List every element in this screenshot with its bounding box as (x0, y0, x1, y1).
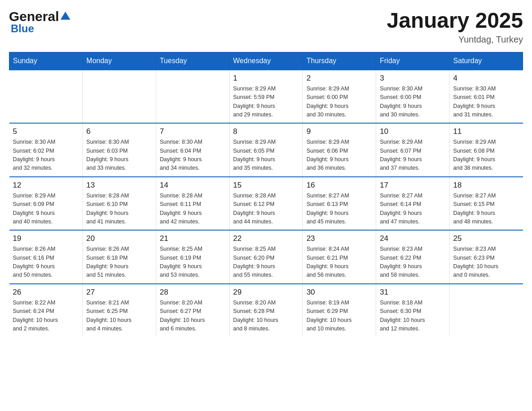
day-number: 19 (13, 234, 79, 243)
day-number: 31 (380, 288, 446, 297)
day-number: 29 (233, 288, 299, 297)
day-cell-12: 12Sunrise: 8:29 AM Sunset: 6:09 PM Dayli… (9, 177, 83, 231)
day-cell-28: 28Sunrise: 8:20 AM Sunset: 6:27 PM Dayli… (156, 284, 229, 337)
empty-cell (156, 70, 229, 124)
empty-cell (82, 70, 156, 124)
empty-cell (450, 284, 523, 337)
day-cell-8: 8Sunrise: 8:29 AM Sunset: 6:05 PM Daylig… (229, 123, 303, 177)
day-number: 11 (453, 127, 519, 136)
week-row-4: 19Sunrise: 8:26 AM Sunset: 6:16 PM Dayli… (9, 230, 523, 284)
day-cell-20: 20Sunrise: 8:26 AM Sunset: 6:18 PM Dayli… (82, 230, 156, 284)
day-cell-27: 27Sunrise: 8:21 AM Sunset: 6:25 PM Dayli… (82, 284, 156, 337)
day-info: Sunrise: 8:29 AM Sunset: 6:05 PM Dayligh… (233, 138, 299, 173)
day-cell-9: 9Sunrise: 8:29 AM Sunset: 6:06 PM Daylig… (303, 123, 376, 177)
day-number: 26 (13, 288, 79, 297)
day-number: 21 (160, 234, 226, 243)
day-number: 16 (306, 181, 372, 190)
day-info: Sunrise: 8:30 AM Sunset: 6:00 PM Dayligh… (380, 85, 446, 120)
day-cell-10: 10Sunrise: 8:29 AM Sunset: 6:07 PM Dayli… (376, 123, 450, 177)
day-cell-2: 2Sunrise: 8:29 AM Sunset: 6:00 PM Daylig… (303, 70, 376, 124)
day-cell-18: 18Sunrise: 8:27 AM Sunset: 6:15 PM Dayli… (450, 177, 523, 231)
day-info: Sunrise: 8:24 AM Sunset: 6:21 PM Dayligh… (306, 245, 372, 280)
header-cell-friday: Friday (376, 52, 450, 70)
day-cell-15: 15Sunrise: 8:28 AM Sunset: 6:12 PM Dayli… (229, 177, 303, 231)
day-info: Sunrise: 8:21 AM Sunset: 6:25 PM Dayligh… (86, 299, 152, 334)
day-info: Sunrise: 8:19 AM Sunset: 6:29 PM Dayligh… (306, 299, 372, 334)
calendar-header: SundayMondayTuesdayWednesdayThursdayFrid… (9, 52, 523, 70)
day-info: Sunrise: 8:28 AM Sunset: 6:12 PM Dayligh… (233, 192, 299, 227)
day-cell-19: 19Sunrise: 8:26 AM Sunset: 6:16 PM Dayli… (9, 230, 83, 284)
day-cell-25: 25Sunrise: 8:23 AM Sunset: 6:23 PM Dayli… (450, 230, 523, 284)
day-cell-29: 29Sunrise: 8:20 AM Sunset: 6:28 PM Dayli… (229, 284, 303, 337)
day-number: 4 (453, 74, 519, 83)
svg-marker-0 (60, 12, 70, 20)
empty-cell (9, 70, 83, 124)
day-info: Sunrise: 8:26 AM Sunset: 6:18 PM Dayligh… (86, 245, 152, 280)
header-cell-tuesday: Tuesday (156, 52, 229, 70)
day-number: 28 (160, 288, 226, 297)
header-cell-sunday: Sunday (9, 52, 83, 70)
day-info: Sunrise: 8:26 AM Sunset: 6:16 PM Dayligh… (13, 245, 79, 280)
day-cell-30: 30Sunrise: 8:19 AM Sunset: 6:29 PM Dayli… (303, 284, 376, 337)
day-info: Sunrise: 8:27 AM Sunset: 6:13 PM Dayligh… (306, 192, 372, 227)
day-number: 20 (86, 234, 152, 243)
day-number: 12 (13, 181, 79, 190)
day-cell-13: 13Sunrise: 8:28 AM Sunset: 6:10 PM Dayli… (82, 177, 156, 231)
logo-triangle-icon (60, 12, 70, 21)
day-info: Sunrise: 8:20 AM Sunset: 6:28 PM Dayligh… (233, 299, 299, 334)
day-cell-16: 16Sunrise: 8:27 AM Sunset: 6:13 PM Dayli… (303, 177, 376, 231)
week-row-1: 1Sunrise: 8:29 AM Sunset: 5:59 PM Daylig… (9, 70, 523, 124)
header-cell-wednesday: Wednesday (229, 52, 303, 70)
week-row-2: 5Sunrise: 8:30 AM Sunset: 6:02 PM Daylig… (9, 123, 523, 177)
day-cell-11: 11Sunrise: 8:29 AM Sunset: 6:08 PM Dayli… (450, 123, 523, 177)
location: Yuntdag, Turkey (387, 34, 523, 45)
day-info: Sunrise: 8:25 AM Sunset: 6:19 PM Dayligh… (160, 245, 226, 280)
day-info: Sunrise: 8:28 AM Sunset: 6:11 PM Dayligh… (160, 192, 226, 227)
day-number: 24 (380, 234, 446, 243)
day-info: Sunrise: 8:23 AM Sunset: 6:23 PM Dayligh… (453, 245, 519, 280)
day-info: Sunrise: 8:30 AM Sunset: 6:03 PM Dayligh… (86, 138, 152, 173)
logo-general-text: General (9, 9, 59, 24)
day-number: 10 (380, 127, 446, 136)
day-number: 25 (453, 234, 519, 243)
day-info: Sunrise: 8:29 AM Sunset: 6:06 PM Dayligh… (306, 138, 372, 173)
header-row: SundayMondayTuesdayWednesdayThursdayFrid… (9, 52, 523, 70)
day-info: Sunrise: 8:29 AM Sunset: 6:08 PM Dayligh… (453, 138, 519, 173)
day-number: 22 (233, 234, 299, 243)
day-cell-3: 3Sunrise: 8:30 AM Sunset: 6:00 PM Daylig… (376, 70, 450, 124)
day-number: 15 (233, 181, 299, 190)
day-info: Sunrise: 8:29 AM Sunset: 5:59 PM Dayligh… (233, 85, 299, 120)
day-info: Sunrise: 8:22 AM Sunset: 6:24 PM Dayligh… (13, 299, 79, 334)
day-info: Sunrise: 8:18 AM Sunset: 6:30 PM Dayligh… (380, 299, 446, 334)
day-info: Sunrise: 8:29 AM Sunset: 6:09 PM Dayligh… (13, 192, 79, 227)
day-number: 2 (306, 74, 372, 83)
day-info: Sunrise: 8:25 AM Sunset: 6:20 PM Dayligh… (233, 245, 299, 280)
calendar-table: SundayMondayTuesdayWednesdayThursdayFrid… (9, 52, 523, 337)
day-info: Sunrise: 8:20 AM Sunset: 6:27 PM Dayligh… (160, 299, 226, 334)
page-header: General Blue January 2025 Yuntdag, Turke… (9, 9, 523, 45)
day-cell-31: 31Sunrise: 8:18 AM Sunset: 6:30 PM Dayli… (376, 284, 450, 337)
day-info: Sunrise: 8:28 AM Sunset: 6:10 PM Dayligh… (86, 192, 152, 227)
header-cell-thursday: Thursday (303, 52, 376, 70)
title-area: January 2025 Yuntdag, Turkey (387, 9, 523, 45)
day-info: Sunrise: 8:27 AM Sunset: 6:14 PM Dayligh… (380, 192, 446, 227)
day-info: Sunrise: 8:29 AM Sunset: 6:07 PM Dayligh… (380, 138, 446, 173)
month-title: January 2025 (387, 9, 523, 33)
day-info: Sunrise: 8:29 AM Sunset: 6:00 PM Dayligh… (306, 85, 372, 120)
day-cell-7: 7Sunrise: 8:30 AM Sunset: 6:04 PM Daylig… (156, 123, 229, 177)
day-info: Sunrise: 8:23 AM Sunset: 6:22 PM Dayligh… (380, 245, 446, 280)
day-cell-6: 6Sunrise: 8:30 AM Sunset: 6:03 PM Daylig… (82, 123, 156, 177)
day-number: 18 (453, 181, 519, 190)
day-cell-24: 24Sunrise: 8:23 AM Sunset: 6:22 PM Dayli… (376, 230, 450, 284)
day-number: 9 (306, 127, 372, 136)
day-cell-26: 26Sunrise: 8:22 AM Sunset: 6:24 PM Dayli… (9, 284, 83, 337)
day-cell-1: 1Sunrise: 8:29 AM Sunset: 5:59 PM Daylig… (229, 70, 303, 124)
day-number: 23 (306, 234, 372, 243)
day-info: Sunrise: 8:30 AM Sunset: 6:04 PM Dayligh… (160, 138, 226, 173)
day-number: 14 (160, 181, 226, 190)
day-number: 5 (13, 127, 79, 136)
logo: General Blue (9, 9, 70, 35)
day-cell-22: 22Sunrise: 8:25 AM Sunset: 6:20 PM Dayli… (229, 230, 303, 284)
header-cell-monday: Monday (82, 52, 156, 70)
day-cell-23: 23Sunrise: 8:24 AM Sunset: 6:21 PM Dayli… (303, 230, 376, 284)
